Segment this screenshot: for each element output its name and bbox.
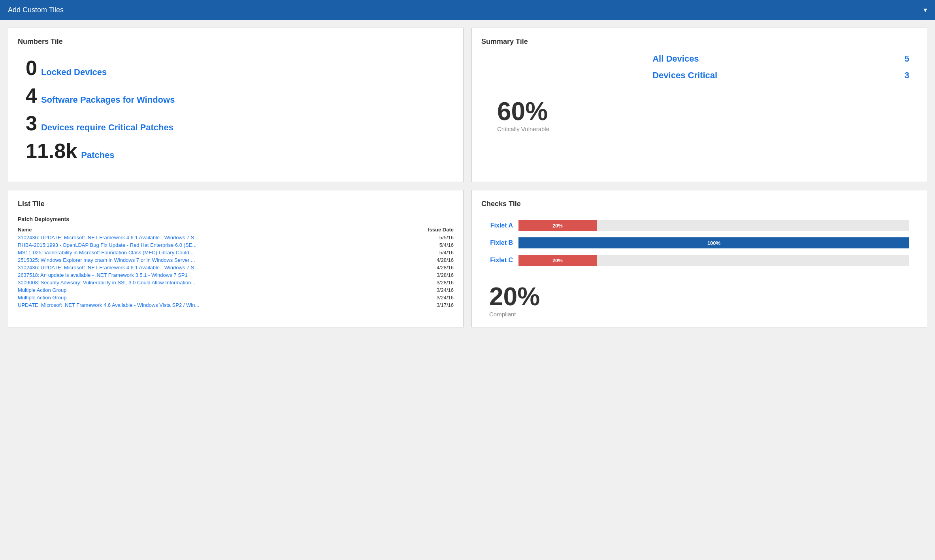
list-item-name[interactable]: 2637518: An update is available - .NET F…: [18, 271, 395, 279]
number-label: Software Packages for Windows: [41, 95, 175, 105]
list-item-name[interactable]: Multiple Action Group: [18, 286, 395, 294]
numbers-tile-content: 0Locked Devices4Software Packages for Wi…: [18, 54, 454, 172]
summary-row: All Devices5: [652, 54, 909, 64]
list-item-date: 5/5/16: [395, 234, 454, 241]
check-bar-label: Fixlet A: [481, 222, 513, 229]
number-label: Locked Devices: [41, 67, 107, 77]
list-item[interactable]: 3102436: UPDATE: Microsoft .NET Framewor…: [18, 264, 454, 271]
col-header-name: Name: [18, 226, 395, 234]
summary-sublabel: Critically Vulnerable: [497, 126, 917, 132]
list-item-date: 5/4/16: [395, 249, 454, 256]
list-item[interactable]: Multiple Action Group3/24/16: [18, 294, 454, 301]
checks-tile: Checks Tile Fixlet A20%Fixlet B100%Fixle…: [471, 190, 927, 327]
list-item[interactable]: UPDATE: Microsoft .NET Framework 4.6 Ava…: [18, 301, 454, 309]
list-item[interactable]: 3009008: Security Advisory: Vulnerabilit…: [18, 279, 454, 286]
checks-sublabel: Compliant: [489, 311, 917, 318]
summary-percent-block: 60% Critically Vulnerable: [481, 99, 917, 132]
summary-row-value: 3: [905, 70, 909, 81]
summary-rows: All Devices5Devices Critical3: [481, 54, 917, 87]
list-item-date: 3/28/16: [395, 271, 454, 279]
summary-row: Devices Critical3: [652, 70, 909, 81]
list-item-date: 3/24/16: [395, 294, 454, 301]
top-bar-title: Add Custom Tiles: [8, 6, 64, 14]
check-bar-fill: 100%: [518, 237, 909, 248]
summary-row-value: 5: [905, 54, 909, 64]
list-tile: List Tile Patch Deployments Name Issue D…: [8, 190, 464, 327]
check-bar-fill: 20%: [518, 220, 597, 231]
list-item[interactable]: RHBA-2015:1993 - OpenLDAP Bug Fix Update…: [18, 241, 454, 249]
list-item[interactable]: MS11-025: Vulnerability in Microsoft Fou…: [18, 249, 454, 256]
list-item-name[interactable]: MS11-025: Vulnerability in Microsoft Fou…: [18, 249, 395, 256]
checks-percent: 20%: [489, 284, 917, 309]
number-value: 0: [26, 58, 37, 78]
number-row: 3Devices require Critical Patches: [26, 113, 446, 133]
summary-tile: Summary Tile All Devices5Devices Critica…: [471, 28, 927, 182]
list-item[interactable]: Multiple Action Group3/24/16: [18, 286, 454, 294]
summary-row-label: Devices Critical: [652, 70, 717, 81]
check-bar-container: 100%: [518, 237, 909, 248]
list-item-date: 3/28/16: [395, 279, 454, 286]
list-item-date: 4/28/16: [395, 264, 454, 271]
check-row: Fixlet A20%: [481, 220, 909, 231]
list-item[interactable]: 3102436: UPDATE: Microsoft .NET Framewor…: [18, 234, 454, 241]
check-bar-label: Fixlet B: [481, 239, 513, 246]
list-item-name[interactable]: 2515325: Windows Explorer may crash in W…: [18, 256, 395, 264]
check-bar-container: 20%: [518, 220, 909, 231]
list-item[interactable]: 2515325: Windows Explorer may crash in W…: [18, 256, 454, 264]
number-label: Patches: [81, 150, 114, 160]
list-item[interactable]: 2637518: An update is available - .NET F…: [18, 271, 454, 279]
checks-tile-title: Checks Tile: [481, 200, 917, 208]
top-bar: Add Custom Tiles ▾: [0, 0, 935, 20]
checks-bars: Fixlet A20%Fixlet B100%Fixlet C20%: [481, 216, 917, 276]
check-bar-fill: 20%: [518, 255, 597, 266]
list-item-date: 4/28/16: [395, 256, 454, 264]
col-header-date: Issue Date: [395, 226, 454, 234]
summary-percent: 60%: [497, 99, 917, 124]
number-value: 4: [26, 85, 37, 106]
summary-row-label: All Devices: [652, 54, 699, 64]
number-value: 3: [26, 113, 37, 133]
list-item-date: 3/24/16: [395, 286, 454, 294]
list-item-name[interactable]: 3102436: UPDATE: Microsoft .NET Framewor…: [18, 234, 395, 241]
list-item-name[interactable]: 3009008: Security Advisory: Vulnerabilit…: [18, 279, 395, 286]
number-row: 0Locked Devices: [26, 58, 446, 78]
list-table: Name Issue Date 3102436: UPDATE: Microso…: [18, 226, 454, 309]
list-item-name[interactable]: 3102436: UPDATE: Microsoft .NET Framewor…: [18, 264, 395, 271]
list-table-body: 3102436: UPDATE: Microsoft .NET Framewor…: [18, 234, 454, 309]
list-item-date: 3/17/16: [395, 301, 454, 309]
list-section-title: Patch Deployments: [18, 216, 454, 222]
dashboard: Numbers Tile 0Locked Devices4Software Pa…: [0, 20, 935, 335]
check-bar-label: Fixlet C: [481, 257, 513, 264]
chevron-down-icon[interactable]: ▾: [924, 6, 927, 14]
list-item-date: 5/4/16: [395, 241, 454, 249]
number-value: 11.8k: [26, 141, 77, 161]
summary-tile-title: Summary Tile: [481, 38, 917, 46]
number-row: 4Software Packages for Windows: [26, 85, 446, 106]
list-item-name[interactable]: RHBA-2015:1993 - OpenLDAP Bug Fix Update…: [18, 241, 395, 249]
list-item-name[interactable]: Multiple Action Group: [18, 294, 395, 301]
check-bar-container: 20%: [518, 255, 909, 266]
list-tile-title: List Tile: [18, 200, 454, 208]
number-label: Devices require Critical Patches: [41, 122, 173, 133]
check-row: Fixlet C20%: [481, 255, 909, 266]
list-item-name[interactable]: UPDATE: Microsoft .NET Framework 4.6 Ava…: [18, 301, 395, 309]
numbers-tile-title: Numbers Tile: [18, 38, 454, 46]
check-row: Fixlet B100%: [481, 237, 909, 248]
numbers-tile: Numbers Tile 0Locked Devices4Software Pa…: [8, 28, 464, 182]
number-row: 11.8kPatches: [26, 141, 446, 161]
checks-percent-block: 20% Compliant: [481, 284, 917, 318]
